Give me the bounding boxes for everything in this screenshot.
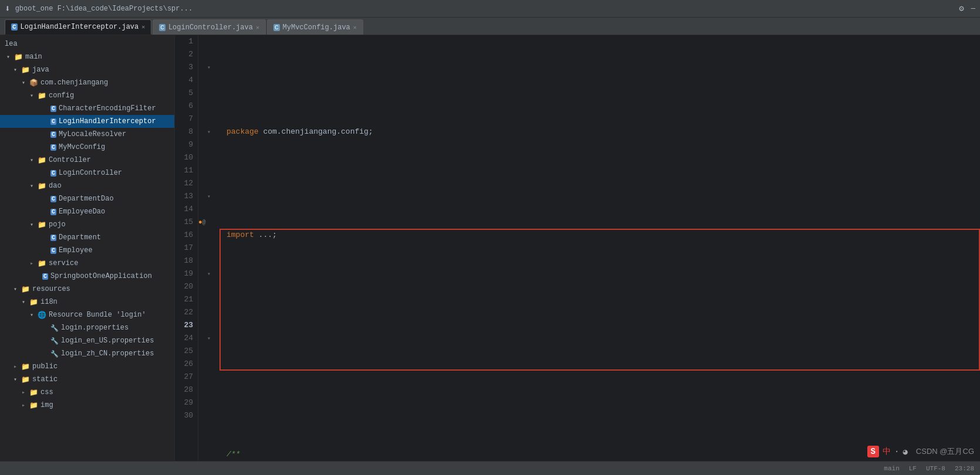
cursor-position: 23:28 — [955, 465, 974, 472]
sidebar-item-dao[interactable]: ▾ 📁 dao — [0, 179, 174, 192]
fold-import[interactable]: ▾ — [207, 64, 211, 71]
arrow-service: ▸ — [28, 260, 35, 267]
line-ending: LF — [909, 465, 917, 472]
arrow-controller: ▾ — [28, 157, 35, 164]
tab-logincontroller[interactable]: C LoginController.java ✕ — [153, 19, 266, 35]
sidebar-item-css[interactable]: ▸ 📁 css — [0, 386, 174, 399]
sidebar-item-resource-bundle[interactable]: ▾ 🌐 Resource Bundle 'login' — [0, 308, 174, 321]
props-zh-icon: 🔧 — [50, 350, 59, 358]
editor-area: 1 2 3 4 5 6 7 8 9 10 11 12 13 14 15 16 1… — [175, 35, 980, 461]
sidebar-item-resources[interactable]: ▾ 📁 resources — [0, 283, 174, 296]
sidebar-item-public[interactable]: ▸ 📁 public — [0, 360, 174, 373]
arrow-pojo: ▾ — [28, 221, 35, 228]
c-icon-lhi: C — [50, 118, 56, 125]
sidebar: lea ▾ 📁 main ▾ 📁 java ▾ 📦 com.chenjianga… — [0, 35, 175, 461]
code-line-3: import ...; — [227, 229, 980, 242]
folder-public-icon: 📁 — [21, 362, 30, 371]
tab-label-2: LoginController.java — [168, 23, 253, 32]
title-bar: ⬇ gboot_one F:\idea_code\IdeaProjects\sp… — [0, 0, 980, 18]
sidebar-item-service[interactable]: ▸ 📁 service — [0, 257, 174, 270]
tab-close-2[interactable]: ✕ — [256, 24, 259, 31]
folder-dao-icon: 📁 — [38, 182, 46, 191]
sidebar-item-loginhandlerinterceptor[interactable]: C LoginHandlerInterceptor — [0, 115, 174, 128]
c-icon-mlr: C — [50, 131, 56, 138]
tab-label-3: MyMvcConfig.java — [283, 23, 350, 32]
csdn-face-icon: ◕ — [903, 447, 907, 457]
sidebar-item-package[interactable]: ▾ 📦 com.chenjiangang — [0, 76, 174, 89]
code-line-4 — [227, 280, 980, 293]
sidebar-item-employeedao[interactable]: C EmployeeDao — [0, 205, 174, 218]
git-branch: main — [884, 465, 899, 472]
arrow-resources: ▾ — [12, 286, 19, 293]
tab-c-icon: C — [11, 23, 18, 30]
highlight-selection — [219, 229, 980, 371]
props-en-icon: 🔧 — [50, 337, 59, 345]
arrow-package: ▾ — [20, 79, 27, 86]
sidebar-item-springbootoneapp[interactable]: C SpringbootOneApplication — [0, 270, 174, 283]
sidebar-item-lea[interactable]: lea — [0, 38, 174, 50]
sidebar-item-java[interactable]: ▾ 📁 java — [0, 63, 174, 76]
code-container[interactable]: 1 2 3 4 5 6 7 8 9 10 11 12 13 14 15 16 1… — [175, 35, 980, 461]
title-bar-left: ⬇ gboot_one F:\idea_code\IdeaProjects\sp… — [5, 3, 192, 15]
arrow-dao: ▾ — [28, 182, 35, 189]
c-icon-emp: C — [50, 247, 56, 254]
folder-css-icon: 📁 — [29, 388, 38, 397]
folder-pojo-icon: 📁 — [38, 220, 46, 229]
minimize-icon[interactable]: — — [971, 5, 975, 13]
arrow-public: ▸ — [12, 363, 19, 370]
project-name: gboot_one F:\idea_code\IdeaProjects\spr.… — [15, 5, 192, 13]
c-icon-lc: C — [50, 170, 56, 177]
sidebar-item-login-zh-props[interactable]: 🔧 login_zh_CN.properties — [0, 347, 174, 360]
sidebar-item-i18n[interactable]: ▾ 📁 i18n — [0, 296, 174, 308]
folder-static-icon: 📁 — [21, 375, 30, 384]
code-line-1: package com.chenjiangang.config; — [227, 125, 980, 138]
run-marker: @ — [202, 219, 206, 226]
settings-icon[interactable]: ⚙ — [959, 4, 964, 13]
arrow-bundle: ▾ — [28, 311, 35, 318]
sidebar-item-characterencodingfilter[interactable]: C CharacterEncodingFilter — [0, 102, 174, 115]
folder-service-icon: 📁 — [38, 259, 46, 268]
fold-javadoc[interactable]: ▾ — [207, 128, 211, 135]
code-line-6 — [227, 358, 980, 371]
sidebar-item-static[interactable]: ▾ 📁 static — [0, 373, 174, 386]
sidebar-item-departmentdao[interactable]: C DepartmentDao — [0, 192, 174, 205]
app-icon: ⬇ — [5, 3, 11, 15]
code-editor[interactable]: package com.chenjiangang.config; import … — [219, 35, 980, 461]
c-icon-mmc: C — [50, 144, 56, 151]
sidebar-item-department[interactable]: C Department — [0, 231, 174, 244]
csdn-info: CSDN @五月CG — [916, 446, 974, 457]
props-icon: 🔧 — [50, 324, 59, 332]
sidebar-item-employee[interactable]: C Employee — [0, 244, 174, 257]
tab-close-3[interactable]: ✕ — [353, 24, 357, 31]
folder-config-icon: 📁 — [38, 91, 46, 100]
sidebar-item-login-en-props[interactable]: 🔧 login_en_US.properties — [0, 334, 174, 347]
folder-i18n-icon: 📁 — [29, 298, 38, 307]
tab-close-1[interactable]: ✕ — [141, 23, 145, 30]
c-icon-dept: C — [50, 235, 56, 241]
sidebar-item-img[interactable]: ▸ 📁 img — [0, 399, 174, 412]
status-bar: main LF UTF-8 23:28 — [0, 461, 980, 475]
arrow-static: ▾ — [12, 376, 19, 383]
c-icon-dd: C — [50, 196, 56, 202]
csdn-badge: S 中 · ◕ CSDN @五月CG — [867, 446, 974, 457]
sidebar-item-config[interactable]: ▾ 📁 config — [0, 89, 174, 102]
sidebar-item-mymvcconfig[interactable]: C MyMvcConfig — [0, 141, 174, 154]
fold-if[interactable]: ▾ — [207, 270, 211, 277]
tab-mymvcconfig[interactable]: C MyMvcConfig.java ✕ — [267, 19, 363, 35]
folder-img-icon: 📁 — [29, 401, 38, 410]
fold-else[interactable]: ▾ — [207, 335, 211, 342]
c-icon-cef: C — [50, 106, 56, 112]
fold-class[interactable]: ▾ — [207, 193, 211, 200]
tab-loginhandlerinterceptor[interactable]: C LoginHandlerInterceptor.java ✕ — [5, 19, 151, 35]
arrow-css: ▸ — [20, 389, 27, 396]
sidebar-item-pojo[interactable]: ▾ 📁 pojo — [0, 218, 174, 231]
sidebar-item-main[interactable]: ▾ 📁 main — [0, 50, 174, 63]
folder-java-icon: 📁 — [21, 66, 30, 74]
csdn-zh-icon: 中 — [883, 446, 891, 457]
sidebar-item-controller[interactable]: ▾ 📁 Controller — [0, 154, 174, 167]
sidebar-item-login-props[interactable]: 🔧 login.properties — [0, 321, 174, 334]
sidebar-item-logincontroller[interactable]: C LoginController — [0, 167, 174, 179]
sidebar-item-mylocaleresolver[interactable]: C MyLocaleResolver — [0, 128, 174, 141]
tab-label-1: LoginHandlerInterceptor.java — [21, 23, 139, 31]
arrow-i18n: ▾ — [20, 298, 27, 306]
